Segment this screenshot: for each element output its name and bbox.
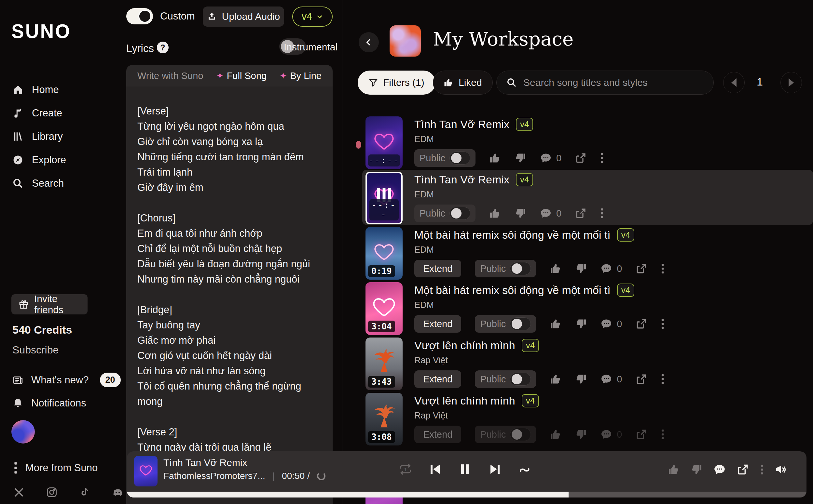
thumb-down-icon[interactable] <box>514 207 526 219</box>
song-thumbnail[interactable]: 3:43 <box>366 338 403 390</box>
song-thumbnail[interactable]: 0:19 <box>366 227 403 280</box>
next-page-button[interactable] <box>780 72 802 93</box>
more-options-icon[interactable] <box>661 318 664 330</box>
share-icon[interactable] <box>575 207 587 219</box>
song-row[interactable]: 3:43 Vượt lên chính mìnhv4 Rap Việt Exte… <box>355 337 813 392</box>
share-icon[interactable] <box>636 318 647 330</box>
song-row[interactable]: 0:19 Một bài hát remix sôi động về một m… <box>355 226 813 282</box>
song-title[interactable]: Một bài hát remix sôi động về một mối tì <box>414 229 611 241</box>
thumb-up-icon[interactable] <box>550 263 561 274</box>
thumb-up-icon[interactable] <box>550 429 561 440</box>
tiktok-icon[interactable] <box>79 486 90 498</box>
liked-filter-button[interactable]: Liked <box>433 71 493 95</box>
comments-button[interactable]: 0 <box>540 207 561 219</box>
volume-icon[interactable] <box>775 463 788 476</box>
pause-icon[interactable] <box>458 462 472 476</box>
search-input[interactable] <box>523 77 704 88</box>
share-icon[interactable] <box>575 152 587 164</box>
song-title[interactable]: Tình Tan Vỡ Remix <box>414 118 509 131</box>
thumb-down-icon[interactable] <box>575 318 587 330</box>
song-title[interactable]: Vượt lên chính mình <box>414 394 515 407</box>
thumb-up-icon[interactable] <box>668 464 680 475</box>
comments-button[interactable]: 0 <box>600 373 622 385</box>
public-toggle[interactable]: Public <box>475 315 536 333</box>
public-toggle[interactable]: Public <box>475 426 536 443</box>
thumb-down-icon[interactable] <box>575 429 587 440</box>
previous-track-icon[interactable] <box>428 462 442 476</box>
song-thumbnail[interactable]: --:-- <box>366 116 403 169</box>
song-row-selected[interactable]: --:-- Tình Tan Vỡ Remixv4 EDM Public 0 <box>355 171 813 226</box>
next-track-icon[interactable] <box>488 462 502 476</box>
comments-button[interactable]: 0 <box>600 429 622 440</box>
prev-page-button[interactable] <box>723 72 745 93</box>
thumb-up-icon[interactable] <box>489 207 501 219</box>
public-toggle[interactable]: Public <box>475 260 536 277</box>
suno-logo[interactable]: SUNO <box>11 20 71 42</box>
sidebar-item-explore[interactable]: Explore <box>12 148 66 172</box>
song-title[interactable]: Một bài hát remix sôi động về một mối tì <box>414 284 611 297</box>
share-icon[interactable] <box>636 373 647 385</box>
more-options-icon[interactable] <box>760 464 764 475</box>
back-button[interactable] <box>359 32 379 52</box>
more-options-icon[interactable] <box>600 152 604 164</box>
instagram-icon[interactable] <box>46 486 58 498</box>
invite-friends-button[interactable]: Invite friends <box>11 294 87 314</box>
sidebar-item-library[interactable]: Library <box>12 125 66 148</box>
help-icon[interactable]: ? <box>157 42 168 53</box>
extend-button[interactable]: Extend <box>414 315 461 333</box>
comments-button[interactable]: 0 <box>540 152 561 164</box>
more-options-icon[interactable] <box>661 263 664 274</box>
x-icon[interactable] <box>13 486 25 498</box>
more-options-icon[interactable] <box>661 429 664 440</box>
more-from-suno[interactable]: More from Suno <box>14 462 98 474</box>
tab-by-line[interactable]: ✦By Line <box>280 71 322 81</box>
tab-full-song[interactable]: ✦Full Song <box>217 71 267 81</box>
share-icon[interactable] <box>737 463 749 476</box>
song-title[interactable]: Vượt lên chính mình <box>414 339 515 352</box>
extend-button[interactable]: Extend <box>414 260 461 277</box>
public-toggle[interactable]: Public <box>414 149 475 167</box>
song-row[interactable]: --:-- Tình Tan Vỡ Remixv4 EDM Public 0 <box>355 116 813 171</box>
player-progress-bar[interactable] <box>127 492 806 497</box>
thumb-down-icon[interactable] <box>575 373 587 385</box>
subscribe-link[interactable]: Subscribe <box>12 344 59 356</box>
repeat-one-icon[interactable]: 1 <box>399 463 412 476</box>
tab-write-with-suno[interactable]: Write with Suno <box>137 71 204 81</box>
notifications-item[interactable]: Notifications <box>12 397 86 409</box>
comments-button[interactable]: 0 <box>600 318 622 330</box>
player-artist[interactable]: FathomlessPromoters7... <box>163 471 265 481</box>
sidebar-item-home[interactable]: Home <box>12 78 66 101</box>
song-thumbnail[interactable]: 3:08 <box>366 393 403 445</box>
thumb-up-icon[interactable] <box>550 373 561 385</box>
user-avatar[interactable] <box>11 420 35 444</box>
more-options-icon[interactable] <box>661 373 664 385</box>
upload-audio-button[interactable]: Upload Audio <box>203 7 284 27</box>
whats-new-item[interactable]: What's new? 20 <box>12 373 121 387</box>
extend-button[interactable]: Extend <box>414 370 461 388</box>
sidebar-item-search[interactable]: Search <box>12 172 66 195</box>
filters-button[interactable]: Filters (1) <box>358 71 435 95</box>
song-thumbnail[interactable]: 3:04 <box>366 282 403 335</box>
player-song-title[interactable]: Tình Tan Vỡ Remix <box>163 457 247 468</box>
thumb-down-icon[interactable] <box>514 152 526 164</box>
autoplay-icon[interactable] <box>518 463 531 476</box>
player-thumbnail[interactable] <box>134 456 157 486</box>
public-toggle[interactable]: Public <box>414 205 475 222</box>
custom-toggle[interactable] <box>126 8 153 24</box>
comments-button[interactable]: 0 <box>600 263 622 274</box>
lyrics-textarea[interactable]: [Verse] Từng lời yêu ngọt ngào hôm qua G… <box>126 86 333 504</box>
song-thumbnail[interactable]: --:-- <box>366 172 403 224</box>
workspace-avatar[interactable] <box>390 25 421 57</box>
song-row[interactable]: 3:04 Một bài hát remix sôi động về một m… <box>355 282 813 337</box>
share-icon[interactable] <box>636 263 647 274</box>
share-icon[interactable] <box>636 429 647 440</box>
thumb-up-icon[interactable] <box>550 318 561 330</box>
thumb-down-icon[interactable] <box>575 263 587 274</box>
public-toggle[interactable]: Public <box>475 370 536 388</box>
sidebar-item-create[interactable]: Create <box>12 101 66 125</box>
more-options-icon[interactable] <box>600 207 604 219</box>
song-row[interactable]: 3:08 Vượt lên chính mìnhv4 Rap Việt Exte… <box>355 392 813 447</box>
thumb-down-icon[interactable] <box>691 464 702 475</box>
thumb-up-icon[interactable] <box>489 152 501 164</box>
song-title[interactable]: Tình Tan Vỡ Remix <box>414 173 509 186</box>
